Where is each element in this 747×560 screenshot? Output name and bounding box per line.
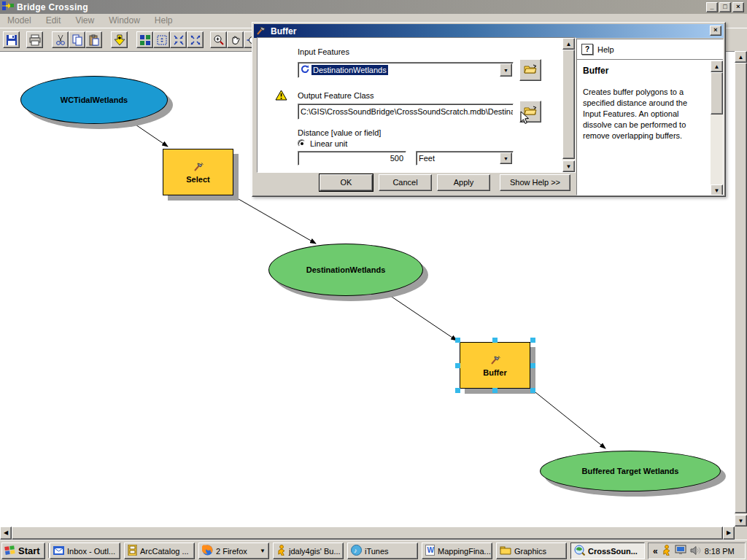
volume-tray-icon[interactable]: [690, 545, 701, 557]
help-scrollbar[interactable]: ▲ ▼: [711, 61, 723, 195]
selection-handle[interactable]: [530, 388, 535, 393]
svg-text:♪: ♪: [354, 547, 357, 554]
fit-to-window-button[interactable]: [153, 31, 170, 48]
chevron-down-icon[interactable]: ▼: [500, 63, 512, 77]
copy-button[interactable]: [69, 31, 85, 48]
selection-handle[interactable]: [455, 363, 460, 368]
display-tray-icon[interactable]: [675, 545, 686, 557]
minimize-button[interactable]: _: [706, 2, 718, 12]
itunes-icon: ♪: [351, 545, 362, 557]
close-button[interactable]: ×: [732, 2, 744, 12]
help-tab[interactable]: ? Help: [577, 39, 723, 60]
model-node-buffered-target-wetlands[interactable]: Buffered Target Wetlands: [540, 451, 721, 491]
pan-button[interactable]: [227, 31, 244, 48]
paste-button[interactable]: [85, 31, 102, 48]
horizontal-scroll-thumb[interactable]: [12, 526, 723, 540]
window-title: Bridge Crossing: [17, 2, 88, 12]
menu-edit[interactable]: Edit: [39, 14, 69, 27]
task-arccatalog[interactable]: ArcCatalog ...: [124, 542, 195, 559]
scroll-down-icon[interactable]: ▼: [735, 515, 747, 526]
cancel-button[interactable]: Cancel: [379, 174, 432, 191]
node-label: Buffered Target Wetlands: [582, 467, 679, 475]
window-titlebar: Bridge Crossing _ □ ×: [0, 0, 747, 14]
distance-value-input[interactable]: 500: [298, 151, 406, 166]
aim-tray-icon[interactable]: [662, 545, 671, 557]
dialog-titlebar: Buffer ×: [254, 24, 724, 38]
parameter-scrollbar[interactable]: ▲ ▼: [562, 38, 575, 172]
restore-button[interactable]: □: [719, 2, 731, 12]
tray-chevron-icon[interactable]: «: [653, 546, 658, 556]
task-crosssound-active[interactable]: CrossSoun...: [570, 542, 645, 559]
cut-button[interactable]: [52, 31, 69, 48]
menu-view[interactable]: View: [68, 14, 101, 27]
canvas-horizontal-scrollbar[interactable]: ◀ ▶: [0, 526, 735, 540]
selection-handle[interactable]: [492, 388, 498, 393]
print-button[interactable]: [26, 31, 43, 48]
parameter-scroll-thumb[interactable]: [562, 50, 575, 159]
fixed-zoom-out-button[interactable]: [187, 31, 204, 48]
clock[interactable]: 8:18 PM: [705, 547, 735, 556]
scroll-left-icon[interactable]: ◀: [0, 526, 12, 540]
task-firefox-group[interactable]: 2 Firefox ▼: [198, 542, 269, 559]
canvas-vertical-scrollbar[interactable]: ▲ ▼: [735, 51, 747, 526]
menu-window[interactable]: Window: [101, 14, 147, 27]
scroll-up-icon[interactable]: ▲: [735, 51, 747, 63]
task-inbox-outlook[interactable]: Inbox - Outl...: [50, 542, 120, 559]
help-panel: ? Help Buffer Creates buffer polygons to…: [576, 39, 724, 195]
fit-to-window-icon: [156, 34, 168, 46]
model-node-buffer[interactable]: Buffer: [460, 342, 530, 389]
task-label: MappingFina...: [438, 547, 491, 556]
ok-button[interactable]: OK: [320, 174, 373, 191]
buffer-dialog: Buffer × Input Features DestinationWetla…: [252, 22, 726, 197]
vertical-scroll-thumb[interactable]: [735, 63, 747, 513]
scroll-down-icon[interactable]: ▼: [562, 160, 575, 172]
input-features-value: DestinationWetlands: [311, 65, 388, 75]
dialog-close-icon[interactable]: ×: [710, 26, 721, 36]
scroll-up-icon[interactable]: ▲: [562, 38, 575, 50]
input-features-combobox[interactable]: DestinationWetlands ▼: [298, 62, 514, 78]
output-feature-class-input[interactable]: C:\GIS\CrossSoundBridge\CrossSoundScratc…: [298, 104, 514, 120]
save-button[interactable]: [3, 31, 20, 48]
scroll-right-icon[interactable]: ▶: [723, 526, 735, 540]
scroll-up-icon[interactable]: ▲: [711, 61, 723, 72]
selection-handle[interactable]: [530, 363, 535, 368]
open-folder-icon: [524, 63, 538, 77]
start-button[interactable]: Start: [1, 542, 45, 559]
mouse-cursor: [520, 111, 530, 128]
cut-icon: [55, 34, 66, 46]
menu-model[interactable]: Model: [0, 14, 39, 27]
selection-handle[interactable]: [530, 338, 535, 343]
parameter-panel: Input Features DestinationWetlands ▼ Out…: [257, 37, 576, 173]
task-aim[interactable]: jdaly4gis' Bu...: [273, 542, 344, 559]
dialog-title: Buffer: [271, 26, 296, 36]
unit-value: Feet: [419, 154, 435, 163]
show-help-button[interactable]: Show Help >>: [500, 174, 570, 191]
add-data-button[interactable]: [111, 31, 128, 48]
auto-layout-icon: [139, 34, 151, 46]
auto-layout-button[interactable]: [136, 31, 153, 48]
model-node-destinationwetlands[interactable]: DestinationWetlands: [268, 244, 423, 296]
chevron-down-icon[interactable]: ▼: [500, 152, 512, 164]
model-node-select[interactable]: Select: [163, 149, 233, 195]
task-label: ArcCatalog ...: [140, 547, 189, 556]
task-graphics-folder[interactable]: Graphics: [496, 542, 567, 559]
task-word-document[interactable]: W MappingFina...: [422, 542, 492, 559]
selection-handle[interactable]: [492, 338, 498, 343]
input-browse-button[interactable]: [519, 59, 541, 81]
output-feature-class-label: Output Feature Class: [298, 91, 374, 100]
unit-combobox[interactable]: Feet ▼: [416, 151, 514, 166]
model-node-wctidalwetlands[interactable]: WCTidalWetlands: [20, 76, 168, 124]
linear-unit-radio[interactable]: [298, 139, 306, 147]
menu-help[interactable]: Help: [147, 14, 180, 27]
fixed-zoom-in-button[interactable]: [170, 31, 187, 48]
selection-handle[interactable]: [455, 388, 460, 393]
task-itunes[interactable]: ♪ iTunes: [347, 542, 418, 559]
input-features-label: Input Features: [298, 47, 349, 56]
zoom-in-button[interactable]: [210, 31, 227, 48]
selection-handle[interactable]: [455, 338, 460, 343]
print-icon: [29, 34, 41, 46]
scroll-down-icon[interactable]: ▼: [711, 184, 723, 195]
help-scroll-thumb[interactable]: [711, 72, 723, 114]
apply-button[interactable]: Apply: [437, 174, 490, 191]
task-label: Inbox - Outl...: [67, 547, 115, 556]
